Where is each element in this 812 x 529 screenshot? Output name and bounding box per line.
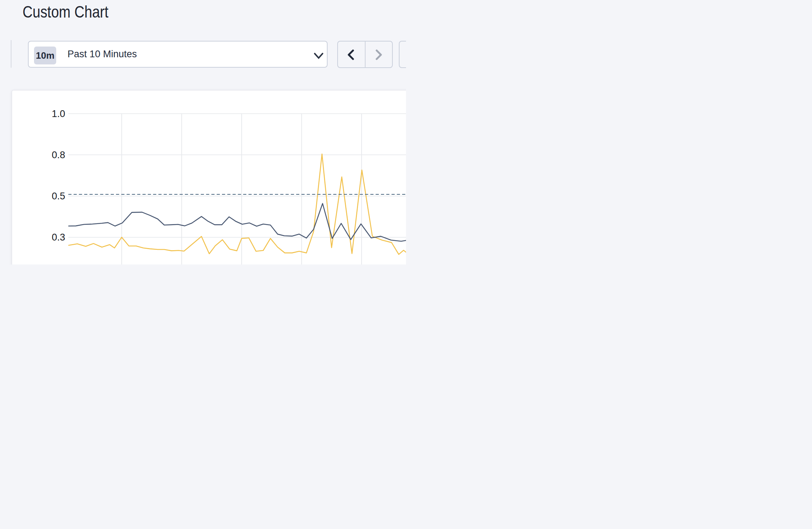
svg-text:0.8: 0.8 — [52, 150, 65, 160]
svg-text:0.5: 0.5 — [52, 191, 65, 202]
svg-text:0.3: 0.3 — [52, 232, 65, 243]
svg-text:1.0: 1.0 — [52, 108, 65, 119]
